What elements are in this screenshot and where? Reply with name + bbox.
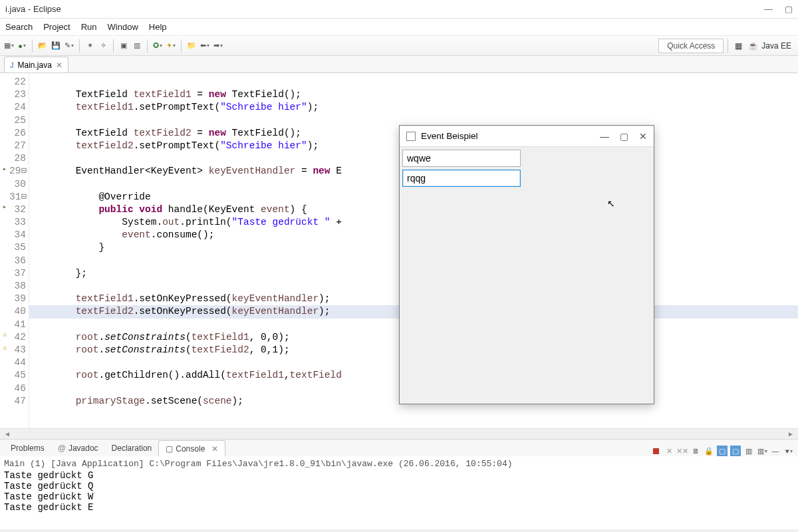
console-output[interactable]: Main (1) [Java Application] C:\Program F… — [0, 456, 798, 529]
terminate-button[interactable] — [650, 446, 661, 456]
window-minimize-button[interactable]: — — [764, 4, 773, 14]
stop-button[interactable]: ▣ — [118, 40, 130, 52]
open-type-button[interactable]: 📁 — [186, 40, 198, 52]
pin-console-button[interactable]: ▢ — [730, 446, 741, 456]
quick-access-input[interactable]: Quick Access — [658, 39, 724, 53]
bottom-panel-tabstrip: Problems @Javadoc Declaration ▢Console ✕… — [0, 439, 798, 456]
console-line: Taste gedrückt E — [4, 502, 794, 513]
run-description: Main (1) [Java Application] C:\Program F… — [4, 459, 794, 469]
editor-horizontal-scrollbar[interactable]: ◄ ► — [0, 428, 798, 439]
run-button[interactable]: ✦ — [165, 40, 177, 52]
remove-all-button[interactable]: ✕✕ — [677, 446, 688, 456]
save-button[interactable]: 💾 — [50, 40, 62, 52]
app-titlebar[interactable]: Event Beispiel — ▢ ✕ — [400, 126, 654, 147]
window-title: i.java - Eclipse — [5, 4, 61, 14]
scroll-left-icon[interactable]: ◄ — [4, 430, 11, 438]
open-button[interactable]: 📂 — [37, 40, 49, 52]
app-close-button[interactable]: ✕ — [639, 131, 647, 142]
javafx-app-window: Event Beispiel — ▢ ✕ — [399, 125, 654, 404]
minimize-view-button[interactable]: — — [770, 446, 781, 456]
toggle-button[interactable]: ✶ — [84, 40, 96, 52]
debug-button[interactable]: ✪ — [152, 40, 164, 52]
window-controls: — ▢ — [764, 4, 793, 14]
display-selected-button[interactable]: ▥ — [743, 446, 754, 456]
console-toolbar: ✕ ✕✕ 🗎 🔒 ▢ ▢ ▥ ▥ — ▾ — [650, 446, 798, 456]
app-minimize-button[interactable]: — — [600, 131, 609, 142]
tab-problems[interactable]: Problems — [4, 440, 51, 456]
perspective-label[interactable]: Java EE — [761, 41, 791, 51]
menu-run[interactable]: Run — [81, 22, 97, 32]
editor-tabstrip: J Main.java ✕ — [0, 56, 798, 73]
textfield-2[interactable] — [402, 170, 521, 187]
forward-button[interactable]: ➡ — [212, 40, 224, 52]
scroll-right-icon[interactable]: ► — [787, 430, 794, 438]
java-cup-icon — [406, 132, 416, 141]
layout-button[interactable]: ▥ — [131, 40, 143, 52]
menu-search[interactable]: Search — [5, 22, 33, 32]
wand-button[interactable]: ✧ — [97, 40, 109, 52]
window-maximize-button[interactable]: ▢ — [785, 4, 793, 14]
java-file-icon: J — [10, 61, 14, 69]
tab-declaration[interactable]: Declaration — [105, 440, 159, 456]
open-console-button[interactable]: ▥ — [757, 446, 767, 456]
tab-console[interactable]: ▢Console ✕ — [158, 440, 225, 456]
clear-console-button[interactable]: 🗎 — [690, 446, 701, 456]
new-wizard-button[interactable]: ● — [16, 40, 28, 52]
editor-gutter-icons: ▸▸⚠⚠ — [0, 73, 9, 428]
remove-launch-button[interactable]: ✕ — [664, 446, 674, 456]
editor-tab-label: Main.java — [18, 61, 52, 70]
back-button[interactable]: ⬅ — [199, 40, 211, 52]
main-toolbar: ▦ ● 📂 💾 ✎ ✶ ✧ ▣ ▥ ✪ ✦ 📁 ⬅ ➡ Quick Access… — [0, 36, 798, 56]
scroll-lock-button[interactable]: 🔒 — [704, 446, 714, 456]
console-line: Taste gedrückt Q — [4, 481, 794, 491]
editor-tab-main[interactable]: J Main.java ✕ — [4, 57, 68, 72]
show-console-button[interactable]: ▢ — [717, 446, 728, 456]
new-button[interactable]: ▦ — [3, 40, 15, 52]
editor-gutter-numbers: 2223242526272829⊟3031⊟323334353637383940… — [9, 73, 29, 428]
open-perspective-button[interactable]: ▦ — [732, 40, 744, 52]
console-tab-close-icon[interactable]: ✕ — [211, 444, 218, 454]
view-menu-button[interactable]: ▾ — [783, 446, 794, 456]
menu-window[interactable]: Window — [108, 22, 138, 32]
edit-button[interactable]: ✎ — [63, 40, 75, 52]
menu-help[interactable]: Help — [149, 22, 167, 32]
tab-javadoc[interactable]: @Javadoc — [51, 440, 105, 456]
menubar: Search Project Run Window Help — [0, 19, 798, 36]
console-line: Taste gedrückt G — [4, 470, 794, 481]
textfield-1[interactable] — [402, 150, 521, 167]
console-line: Taste gedrückt W — [4, 491, 794, 502]
app-window-title: Event Beispiel — [421, 131, 478, 141]
app-maximize-button[interactable]: ▢ — [620, 131, 628, 142]
java-ee-perspective-icon[interactable]: ☕ — [747, 40, 759, 52]
mouse-cursor-icon: ↖ — [607, 198, 615, 209]
menu-project[interactable]: Project — [43, 22, 70, 32]
editor-tab-close-icon[interactable]: ✕ — [56, 61, 63, 70]
window-titlebar: i.java - Eclipse — ▢ — [0, 0, 798, 19]
